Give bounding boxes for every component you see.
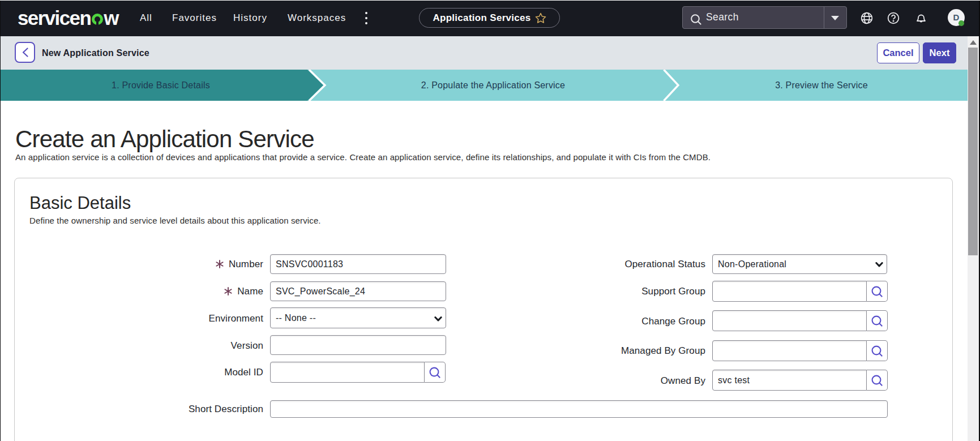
svg-text:3. Preview the Service: 3. Preview the Service <box>775 80 868 90</box>
svg-text:1. Provide Basic Details: 1. Provide Basic Details <box>112 80 210 90</box>
svg-text:2. Populate the Application Se: 2. Populate the Application Service <box>421 80 565 90</box>
